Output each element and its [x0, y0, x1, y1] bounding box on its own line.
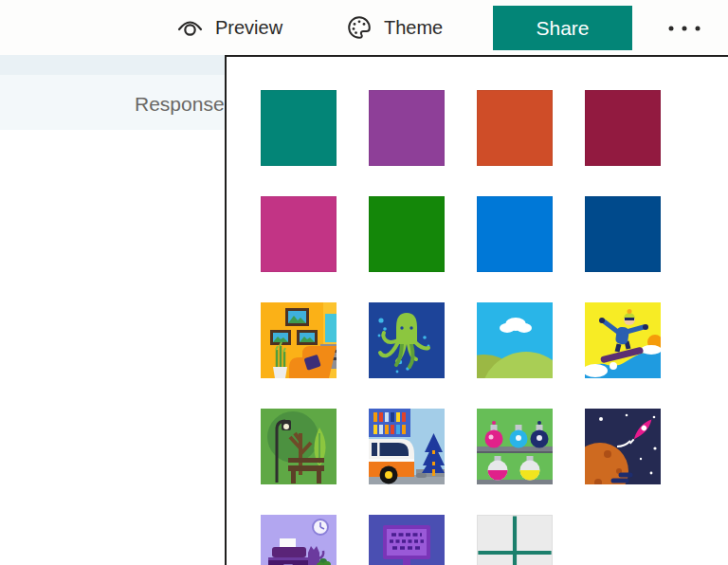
theme-swatch-orange[interactable]: [477, 90, 553, 166]
snowboarder-illustration-icon: [585, 302, 661, 378]
octopus-illustration-icon: [369, 302, 445, 378]
typewriter-desk-illustration-icon: [261, 515, 337, 565]
palette-icon: [347, 15, 372, 40]
theme-tile-living-room[interactable]: [261, 302, 337, 378]
preview-button[interactable]: Preview: [177, 0, 282, 55]
theme-button[interactable]: Theme: [347, 0, 443, 55]
theme-tile-chemistry-lab[interactable]: [477, 409, 553, 484]
presentation-screen-illustration-icon: [369, 515, 445, 565]
plus-icon: [477, 515, 553, 565]
theme-swatch-magenta[interactable]: [261, 196, 337, 272]
tab-responses[interactable]: Response: [135, 93, 225, 116]
theme-label: Theme: [384, 17, 443, 39]
theme-tile-octopus[interactable]: [369, 302, 445, 378]
city-bus-illustration-icon: [369, 409, 445, 484]
living-room-illustration-icon: [261, 302, 337, 378]
forms-app-window: Preview Theme Share: [0, 0, 728, 565]
add-custom-theme-button[interactable]: [477, 515, 553, 565]
theme-swatch-green[interactable]: [369, 196, 445, 272]
more-options-button[interactable]: [662, 12, 707, 45]
chemistry-lab-illustration-icon: [477, 409, 553, 484]
park-illustration-icon: [261, 409, 337, 484]
share-button[interactable]: Share: [493, 6, 632, 50]
preview-label: Preview: [215, 17, 282, 39]
theme-swatch-maroon[interactable]: [585, 90, 661, 166]
hills-illustration-icon: [477, 302, 553, 378]
theme-tile-snowboarder[interactable]: [585, 302, 661, 378]
theme-tile-presentation-screen[interactable]: [369, 515, 445, 565]
theme-tile-city-bus[interactable]: [369, 409, 445, 484]
theme-swatch-purple[interactable]: [369, 90, 445, 166]
top-toolbar: Preview Theme Share: [0, 0, 728, 55]
theme-tile-hills[interactable]: [477, 302, 553, 378]
theme-grid: [261, 90, 661, 565]
theme-picker-panel: [225, 55, 728, 565]
theme-tile-park[interactable]: [261, 409, 337, 484]
theme-tile-typewriter-desk[interactable]: [261, 515, 337, 565]
ellipsis-icon: [666, 25, 702, 32]
theme-swatch-teal[interactable]: [261, 90, 337, 166]
space-illustration-icon: [585, 409, 661, 484]
theme-swatch-blue[interactable]: [477, 196, 553, 272]
share-label: Share: [536, 17, 589, 40]
theme-swatch-navy[interactable]: [585, 196, 661, 272]
eye-icon: [177, 17, 203, 38]
theme-tile-space[interactable]: [585, 409, 661, 484]
